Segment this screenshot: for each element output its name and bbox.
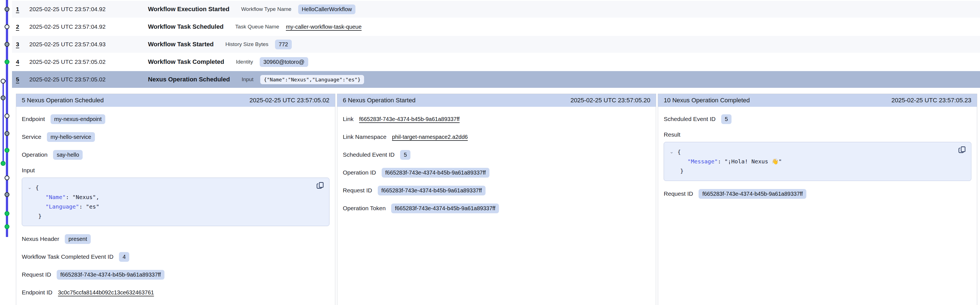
event-status-dot-gray (5, 43, 9, 47)
panel-nexus-operation-started: 6 Nexus Operation Started 2025-02-25 UTC… (337, 94, 656, 305)
operation-token-badge: f665283f-743e-4374-b45b-9a61a89337ff (391, 204, 499, 213)
panel-body: Link f665283f-743e-4374-b45b-9a61a89337f… (337, 107, 656, 227)
event-status-dot-gray (1, 96, 5, 100)
event-timestamp: 2025-02-25 UTC 23:57:05.02 (29, 76, 148, 83)
copy-icon[interactable] (958, 145, 967, 154)
panel-timestamp: 2025-02-25 UTC 23:57:05.20 (570, 97, 650, 104)
event-id-link[interactable]: 5 (16, 76, 25, 83)
event-id-link[interactable]: 2 (16, 24, 25, 30)
json-key: "Name" (46, 194, 65, 201)
event-status-dot-gray (5, 131, 9, 136)
result-label: Result (663, 131, 971, 138)
event-attr-label: Workflow Type Name (241, 6, 291, 12)
event-row-4[interactable]: 4 2025-02-25 UTC 23:57:05.02 Workflow Ta… (12, 54, 980, 70)
wtce-id-badge: 4 (119, 252, 129, 262)
field-label: Operation Token (343, 205, 386, 212)
timeline-branch-line (3, 81, 4, 164)
copy-icon[interactable] (317, 181, 325, 190)
collapse-chevron-icon[interactable]: ⌄ (670, 147, 677, 157)
field-label: Request ID (663, 190, 693, 197)
event-attr-label: Task Queue Name (235, 24, 279, 30)
event-status-dot-light (5, 114, 9, 118)
service-badge: my-hello-service (47, 132, 95, 142)
field-label: Operation (22, 152, 48, 158)
operation-badge: say-hello (53, 150, 83, 160)
event-name: Workflow Task Scheduled (148, 23, 224, 30)
event-id-link[interactable]: 4 (16, 58, 25, 65)
field-label: Service (22, 134, 41, 140)
event-list: 1 2025-02-25 UTC 23:57:04.92 Workflow Ex… (12, 0, 980, 88)
event-status-dot-green (5, 225, 9, 229)
request-id-badge: f665283f-743e-4374-b45b-9a61a89337ff (698, 189, 807, 199)
event-attr-label: Identity (236, 59, 253, 65)
panel-nexus-operation-completed: 10 Nexus Operation Completed 2025-02-25 … (658, 94, 977, 305)
event-id-link[interactable]: 1 (16, 6, 25, 13)
panel-title: 6 Nexus Operation Started (343, 97, 415, 104)
field-label: Nexus Header (22, 235, 59, 242)
event-status-dot-gray (5, 193, 9, 197)
endpoint-badge: my-nexus-endpoint (51, 114, 105, 124)
task-queue-link[interactable]: my-caller-workflow-task-queue (286, 24, 361, 30)
workflow-event-history-screen: 1 2025-02-25 UTC 23:57:04.92 Workflow Ex… (0, 0, 980, 305)
operation-id-badge: f665283f-743e-4374-b45b-9a61a89337ff (382, 168, 490, 178)
panel-header[interactable]: 10 Nexus Operation Completed 2025-02-25 … (658, 94, 977, 107)
event-timestamp: 2025-02-25 UTC 23:57:04.93 (29, 41, 148, 48)
event-status-dot-green (5, 60, 9, 64)
scheduled-event-id-badge: 5 (400, 150, 410, 160)
link-link[interactable]: f665283f-743e-4374-b45b-9a61a89337ff (359, 116, 460, 122)
panel-title: 5 Nexus Operation Scheduled (22, 97, 104, 104)
event-attr-value-badge: HelloCallerWorkflow (298, 5, 356, 14)
event-timestamp: 2025-02-25 UTC 23:57:04.92 (29, 24, 148, 30)
event-status-dot-light (1, 79, 5, 83)
field-label: Request ID (22, 271, 51, 278)
event-row-5-selected[interactable]: 5 2025-02-25 UTC 23:57:05.02 Nexus Opera… (12, 71, 980, 88)
event-status-dot-green (5, 212, 9, 216)
input-json-viewer: ⌄{ "Name": "Nexus", "Language": "es" } (22, 178, 329, 226)
field-label: Endpoint ID (22, 289, 52, 296)
input-label: Input (22, 167, 329, 174)
json-key: "Message" (687, 158, 718, 165)
event-attr-value-badge: 772 (275, 40, 291, 49)
event-id-link[interactable]: 3 (16, 41, 25, 48)
event-row-3[interactable]: 3 2025-02-25 UTC 23:57:04.93 Workflow Ta… (12, 36, 980, 53)
endpoint-id-link[interactable]: 3c0c75ccfa8144b092c13ce632463761 (58, 289, 154, 296)
event-row-1[interactable]: 1 2025-02-25 UTC 23:57:04.92 Workflow Ex… (12, 1, 980, 17)
event-attr-value-badge: 30960@totoro@ (260, 57, 308, 67)
field-label: Operation ID (343, 169, 376, 176)
panel-timestamp: 2025-02-25 UTC 23:57:05.23 (891, 97, 971, 104)
panel-title: 10 Nexus Operation Completed (663, 97, 750, 104)
collapse-chevron-icon[interactable]: ⌄ (28, 183, 35, 192)
panel-header[interactable]: 6 Nexus Operation Started 2025-02-25 UTC… (337, 94, 656, 107)
event-status-dot-green (1, 161, 5, 166)
event-timestamp: 2025-02-25 UTC 23:57:05.02 (29, 58, 148, 65)
event-detail-panels: 5 Nexus Operation Scheduled 2025-02-25 U… (16, 94, 977, 305)
event-attr-label: Input (242, 76, 253, 82)
event-row-2[interactable]: 2 2025-02-25 UTC 23:57:04.92 Workflow Ta… (12, 18, 980, 35)
field-label: Scheduled Event ID (343, 152, 395, 158)
event-timestamp: 2025-02-25 UTC 23:57:04.92 (29, 6, 148, 13)
timeline-main-line (6, 0, 8, 237)
panel-body: Scheduled Event ID 5 Result ⌄{ "Message"… (658, 107, 977, 213)
link-namespace-link[interactable]: phil-target-namespace2.a2dd6 (392, 134, 468, 140)
panel-timestamp: 2025-02-25 UTC 23:57:05.02 (249, 97, 329, 104)
event-input-json-badge: {"Name":"Nexus","Language":"es"} (260, 75, 364, 84)
event-name: Workflow Execution Started (148, 6, 229, 13)
event-status-dot-light (5, 25, 9, 29)
nexus-header-badge: present (65, 234, 91, 244)
panel-body: Endpoint my-nexus-endpoint Service my-he… (16, 107, 335, 305)
field-label: Request ID (343, 187, 372, 194)
request-id-badge: f665283f-743e-4374-b45b-9a61a89337ff (57, 270, 164, 280)
event-name: Nexus Operation Scheduled (148, 76, 230, 83)
event-status-dot-light (5, 176, 9, 180)
result-json-viewer: ⌄{ "Message": "¡Hola! Nexus 👋" } (663, 142, 971, 181)
field-label: Endpoint (22, 116, 45, 122)
json-key: "Language" (46, 203, 79, 210)
field-label: Link Namespace (343, 134, 387, 140)
event-attr-label: History Size Bytes (225, 41, 268, 47)
panel-header[interactable]: 5 Nexus Operation Scheduled 2025-02-25 U… (16, 94, 335, 107)
event-name: Workflow Task Started (148, 41, 213, 48)
request-id-badge: f665283f-743e-4374-b45b-9a61a89337ff (378, 186, 485, 196)
panel-nexus-operation-scheduled: 5 Nexus Operation Scheduled 2025-02-25 U… (16, 94, 335, 305)
event-name: Workflow Task Completed (148, 58, 224, 65)
event-status-dot-green (5, 148, 9, 153)
